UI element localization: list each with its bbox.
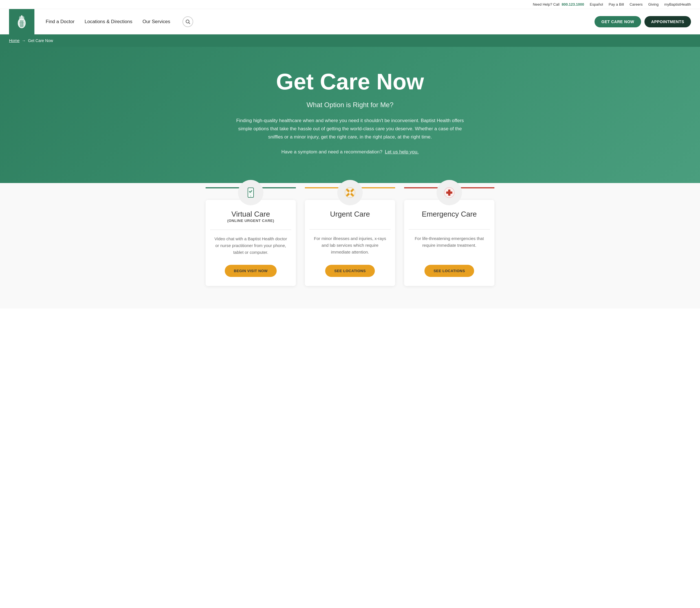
- emergency-card-divider: [409, 229, 490, 230]
- emergency-care-description: For life-threatening emergencies that re…: [404, 235, 494, 256]
- virtual-care-subtitle: (ONLINE URGENT CARE): [227, 218, 275, 223]
- virtual-care-description: Video chat with a Baptist Health doctor …: [206, 235, 296, 256]
- pay-bill-link[interactable]: Pay a Bill: [609, 2, 624, 6]
- hero-section: Get Care Now What Option is Right for Me…: [0, 47, 700, 183]
- hero-title: Get Care Now: [11, 69, 689, 94]
- emergency-care-icon-circle: [437, 180, 462, 205]
- virtual-care-card: Virtual Care (ONLINE URGENT CARE) Video …: [206, 200, 296, 286]
- virtual-care-icon-circle: [238, 180, 263, 205]
- svg-point-4: [250, 195, 251, 196]
- breadcrumb-home[interactable]: Home: [9, 38, 19, 43]
- nav-find-doctor[interactable]: Find a Doctor: [46, 19, 74, 24]
- red-cross-icon: [442, 186, 456, 200]
- urgent-card-top: [305, 193, 395, 205]
- utility-bar: Need Help? Call 800.123.1000 Español Pay…: [0, 0, 700, 9]
- espanol-link[interactable]: Español: [590, 2, 603, 6]
- breadcrumb-arrow: →: [22, 38, 26, 43]
- emergency-see-locations-button[interactable]: SEE LOCATIONS: [424, 265, 474, 277]
- hero-description: Finding high-quality healthcare when and…: [234, 117, 466, 141]
- get-care-now-button[interactable]: GET CARE NOW: [594, 16, 641, 27]
- emergency-care-card: Emergency Care For life-threatening emer…: [404, 200, 494, 286]
- hero-subtitle: What Option is Right for Me?: [11, 101, 689, 109]
- svg-point-9: [348, 194, 349, 195]
- hero-symptom: Have a symptom and need a recommendation…: [11, 149, 689, 155]
- pineapple-logo-svg: [14, 14, 29, 29]
- svg-point-8: [351, 190, 352, 191]
- urgent-care-description: For minor illnesses and injuries, x-rays…: [305, 235, 395, 256]
- careers-link[interactable]: Careers: [629, 2, 642, 6]
- virtual-card-top: [206, 193, 296, 205]
- let-us-help-link[interactable]: Let us help you.: [385, 149, 418, 154]
- urgent-care-title: Urgent Care: [325, 210, 375, 218]
- svg-point-6: [348, 191, 352, 194]
- emergency-care-title: Emergency Care: [417, 210, 481, 218]
- care-options-section: Virtual Care (ONLINE URGENT CARE) Video …: [0, 183, 700, 308]
- header-actions: GET CARE NOW APPOINTMENTS: [594, 16, 691, 27]
- virtual-care-title: Virtual Care: [227, 210, 275, 218]
- urgent-care-card: Urgent Care For minor illnesses and inju…: [305, 200, 395, 286]
- emergency-card-top: [404, 193, 494, 205]
- main-header: Find a Doctor Locations & Directions Our…: [0, 9, 700, 34]
- my-baptist-link[interactable]: myBaptistHealth: [664, 2, 691, 6]
- begin-visit-button[interactable]: BEGIN VISIT NOW: [225, 265, 277, 277]
- nav-locations[interactable]: Locations & Directions: [84, 19, 132, 24]
- phone-check-icon: [244, 186, 257, 199]
- svg-rect-13: [446, 191, 452, 194]
- urgent-care-icon-circle: [337, 180, 363, 205]
- phone-number[interactable]: 800.123.1000: [562, 2, 584, 6]
- svg-point-10: [351, 194, 352, 195]
- search-button[interactable]: [183, 16, 193, 27]
- breadcrumb-current: Get Care Now: [28, 38, 53, 43]
- main-nav: Find a Doctor Locations & Directions Our…: [46, 16, 590, 27]
- svg-point-7: [348, 190, 349, 191]
- logo[interactable]: [9, 9, 34, 34]
- giving-link[interactable]: Giving: [648, 2, 659, 6]
- breadcrumb: Home → Get Care Now: [0, 34, 700, 47]
- appointments-button[interactable]: APPOINTMENTS: [644, 16, 691, 27]
- urgent-card-divider: [309, 229, 391, 230]
- search-icon: [185, 19, 190, 24]
- urgent-see-locations-button[interactable]: SEE LOCATIONS: [325, 265, 375, 277]
- help-text: Need Help? Call 800.123.1000: [533, 2, 584, 6]
- bandage-icon: [343, 186, 357, 200]
- nav-our-services[interactable]: Our Services: [143, 19, 170, 24]
